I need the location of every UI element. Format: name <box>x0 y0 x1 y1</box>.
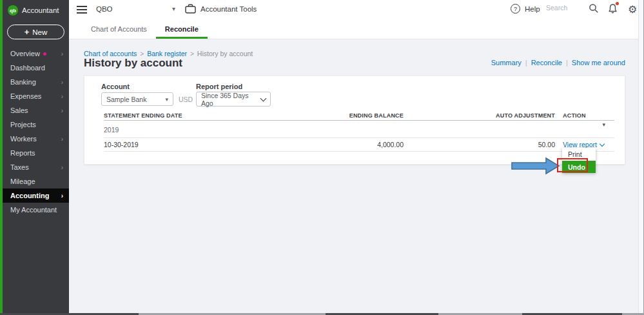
sidebar-item-label: Mileage <box>10 178 35 185</box>
link-separator: | <box>525 59 527 66</box>
notification-badge-dot <box>616 2 619 5</box>
accountant-tools-button[interactable]: Accountant Tools <box>185 4 257 14</box>
history-card: Account Sample Bank ▾ USD Report period … <box>84 76 625 165</box>
company-selector[interactable]: QBO <box>96 5 113 13</box>
chevron-right-icon: › <box>61 136 63 143</box>
brand-name: Accountant <box>22 6 59 14</box>
chevron-down-icon <box>260 95 267 101</box>
accountant-tools-label: Accountant Tools <box>200 5 257 13</box>
sidebar-nav: Overview › Dashboard Banking › Expenses … <box>3 46 69 217</box>
link-separator: | <box>566 59 568 66</box>
sidebar-item-banking[interactable]: Banking › <box>3 75 69 89</box>
table-header-row: STATEMENT ENDING DATE ENDING BALANCE AUT… <box>104 110 614 121</box>
summary-link[interactable]: Summary <box>491 59 522 66</box>
tab-bar: Chart of Accounts Reconcile <box>69 20 638 39</box>
chevron-right-icon: › <box>61 93 63 100</box>
sidebar-item-sales[interactable]: Sales › <box>3 103 69 117</box>
account-select-value: Sample Bank <box>106 96 146 103</box>
sidebar-item-reports[interactable]: Reports <box>3 146 69 160</box>
sidebar-item-mileage[interactable]: Mileage <box>3 174 69 188</box>
notifications-bell-icon[interactable] <box>608 3 618 17</box>
breadcrumb-current: History by account <box>197 50 253 57</box>
chevron-down-icon <box>600 141 605 146</box>
reconcile-link[interactable]: Reconcile <box>531 59 562 66</box>
currency-label: USD <box>179 96 193 103</box>
sidebar-item-label: Workers <box>10 135 37 143</box>
sidebar-item-label: Banking <box>10 78 36 86</box>
chevron-right-icon: › <box>61 107 63 114</box>
statement-date-cell: 10-30-2019 <box>104 141 297 148</box>
report-period-value: Since 365 Days Ago <box>201 92 261 107</box>
chevron-right-icon: › <box>61 164 63 171</box>
sidebar-item-label: Expenses <box>10 92 41 100</box>
sidebar-item-workers[interactable]: Workers › <box>3 132 69 146</box>
sidebar-item-label: Accounting <box>10 192 50 199</box>
history-table: STATEMENT ENDING DATE ENDING BALANCE AUT… <box>104 110 614 152</box>
table-group-row: 2019 <box>104 121 614 138</box>
sidebar-item-label: Taxes <box>10 163 29 171</box>
view-report-menu: Print Undo <box>562 148 596 173</box>
report-period-select[interactable]: Since 365 Days Ago <box>196 92 271 107</box>
help-label: Help <box>525 5 540 13</box>
sidebar-item-overview[interactable]: Overview › <box>3 46 69 61</box>
top-bar: QBO ▾ Accountant Tools ? Help <box>69 0 638 20</box>
sidebar-item-projects[interactable]: Projects <box>3 117 69 132</box>
report-period-label: Report period <box>196 83 242 90</box>
main-content: Chart of accounts>Bank register>History … <box>69 39 638 313</box>
sidebar-item-expenses[interactable]: Expenses › <box>3 89 69 103</box>
app-window: qb Accountant + New Overview › Dashboard… <box>0 0 644 315</box>
sidebar-item-label: Reports <box>10 149 35 157</box>
caret-down-icon: ▾ <box>165 96 168 103</box>
sidebar-item-label: Sales <box>10 107 28 114</box>
tab-chart-of-accounts[interactable]: Chart of Accounts <box>82 20 156 39</box>
sidebar: qb Accountant + New Overview › Dashboard… <box>0 0 69 313</box>
group-year-label: 2019 <box>104 126 297 134</box>
col-ending-balance: ENDING BALANCE <box>297 112 404 119</box>
sidebar-item-label: My Accountant <box>10 206 57 214</box>
sidebar-item-label: Overview <box>10 50 40 57</box>
auto-adjustment-cell: 50.00 <box>404 141 555 148</box>
chevron-right-icon: › <box>61 192 63 199</box>
overview-notification-dot <box>43 52 46 56</box>
plus-icon: + <box>24 27 30 37</box>
scrollbar-track[interactable] <box>638 0 644 313</box>
chevron-right-icon: › <box>61 79 63 86</box>
col-action: ACTION <box>555 112 614 119</box>
search-icon[interactable] <box>589 3 599 16</box>
breadcrumb-separator: > <box>190 50 194 57</box>
menu-item-print[interactable]: Print <box>562 148 596 161</box>
col-auto-adjustment: AUTO ADJUSTMENT <box>404 112 555 119</box>
caret-down-icon[interactable]: ▾ <box>172 5 175 12</box>
account-select[interactable]: Sample Bank ▾ <box>101 92 173 106</box>
sidebar-item-accounting[interactable]: Accounting › <box>3 188 69 203</box>
header-links: Summary|Reconcile|Show me around <box>491 59 625 66</box>
sidebar-item-my-accountant[interactable]: My Accountant <box>3 203 69 217</box>
new-button[interactable]: + New <box>7 25 64 39</box>
account-label: Account <box>101 83 130 90</box>
col-statement-ending-date: STATEMENT ENDING DATE <box>104 112 297 119</box>
show-me-around-link[interactable]: Show me around <box>572 59 625 66</box>
help-button[interactable]: ? Help <box>511 4 540 14</box>
sidebar-item-dashboard[interactable]: Dashboard <box>3 61 69 75</box>
briefcase-icon <box>185 4 196 14</box>
help-icon: ? <box>511 4 520 14</box>
brand-logo[interactable]: qb Accountant <box>3 0 69 19</box>
new-button-label: New <box>32 28 47 36</box>
sidebar-item-label: Dashboard <box>10 64 45 72</box>
menu-item-undo[interactable]: Undo <box>562 161 596 173</box>
chevron-right-icon: › <box>61 50 63 57</box>
sidebar-item-label: Projects <box>10 121 36 128</box>
ending-balance-cell: 4,000.00 <box>297 141 404 148</box>
tab-reconcile[interactable]: Reconcile <box>156 20 208 39</box>
table-settings-caret-icon[interactable]: ▾ <box>602 121 605 128</box>
table-row: 10-30-2019 4,000.00 50.00 View report <box>104 138 614 152</box>
settings-gear-icon[interactable]: ⚙ <box>628 4 637 15</box>
sidebar-item-taxes[interactable]: Taxes › <box>3 160 69 174</box>
qb-logo-icon: qb <box>8 5 18 15</box>
page-title: History by account <box>84 57 182 70</box>
hamburger-menu-icon[interactable] <box>77 6 87 14</box>
